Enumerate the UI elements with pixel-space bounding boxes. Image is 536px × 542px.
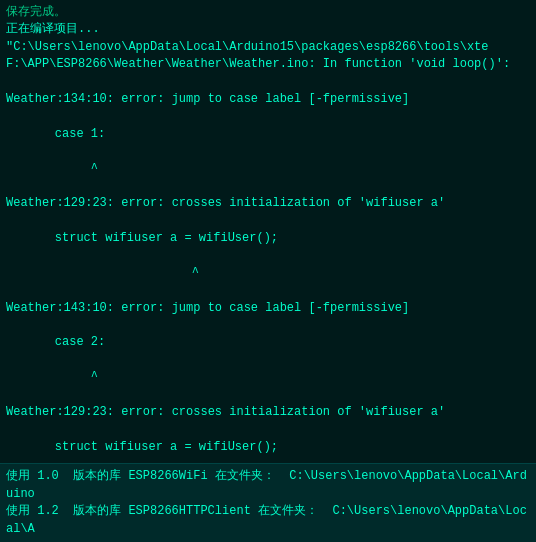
save-complete-line: 保存完成。 [6,4,530,21]
case1-line: case 1: [6,126,530,143]
spacer3 [6,143,530,160]
library-info-bar: 使用 1.0 版本的库 ESP8266WiFi 在文件夹： C:\Users\l… [0,463,536,542]
spacer7 [6,282,530,299]
struct1-line: struct wifiuser a = wifiUser(); [6,230,530,247]
caret3-line: ^ [6,369,530,386]
error3-line: Weather:143:10: error: jump to case labe… [6,300,530,317]
caret1-line: ^ [6,161,530,178]
error1-line: Weather:134:10: error: jump to case labe… [6,91,530,108]
spacer6 [6,247,530,264]
spacer5 [6,213,530,230]
compiler-path-line: "C:\Users\lenovo\AppData\Local\Arduino15… [6,39,530,56]
error4-line: Weather:129:23: error: crosses initializ… [6,404,530,421]
case2-line: case 2: [6,334,530,351]
spacer2 [6,108,530,125]
spacer9 [6,352,530,369]
spacer1 [6,74,530,91]
lib1-line: 使用 1.0 版本的库 ESP8266WiFi 在文件夹： C:\Users\l… [6,468,530,503]
compiling-line: 正在编译项目... [6,21,530,38]
spacer10 [6,387,530,404]
caret2-line: ^ [6,265,530,282]
function-path-line: F:\APP\ESP8266\Weather\Weather\Weather.i… [6,56,530,73]
error2-line: Weather:129:23: error: crosses initializ… [6,195,530,212]
spacer11 [6,421,530,438]
spacer8 [6,317,530,334]
struct2-line: struct wifiuser a = wifiUser(); [6,439,530,456]
lib2-line: 使用 1.2 版本的库 ESP8266HTTPClient 在文件夹： C:\U… [6,503,530,538]
spacer4 [6,178,530,195]
console-output: 保存完成。 正在编译项目... "C:\Users\lenovo\AppData… [0,0,536,542]
